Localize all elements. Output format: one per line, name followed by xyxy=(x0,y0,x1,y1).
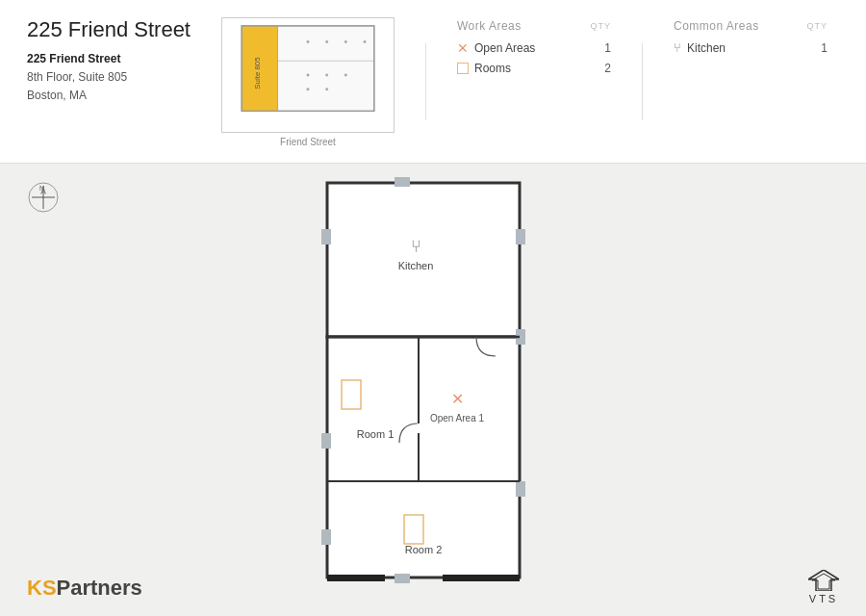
svg-rect-27 xyxy=(516,481,525,497)
vts-logo: VTS xyxy=(808,570,839,604)
rooms-label: Rooms xyxy=(474,62,511,75)
divider-1 xyxy=(425,43,426,120)
room1-label: Room 1 xyxy=(357,428,395,440)
svg-point-13 xyxy=(325,88,328,90)
svg-rect-40 xyxy=(443,575,520,581)
svg-rect-23 xyxy=(321,433,331,449)
ks-text: KS xyxy=(27,576,57,600)
common-areas-title: Common Areas xyxy=(674,19,759,33)
divider-2 xyxy=(642,43,643,120)
compass-svg: N xyxy=(27,181,60,214)
legend-open-areas-left: ✕ Open Areas xyxy=(457,40,535,56)
legend-kitchen-left: ⑂ Kitchen xyxy=(674,40,726,55)
kitchen-label: Kitchen xyxy=(687,41,726,55)
floor-plan-svg: ⑂ Kitchen ✕ Open Area 1 Room 1 Room 2 xyxy=(269,173,674,587)
open-areas-label: Open Areas xyxy=(474,41,535,55)
street-label: Friend Street xyxy=(280,137,336,147)
kitchen-room-label: Kitchen xyxy=(398,260,434,271)
legend-kitchen: ⑂ Kitchen 1 xyxy=(674,40,828,55)
svg-rect-25 xyxy=(516,229,525,244)
floor-plan-thumbnail: Suite 805 Friend Street xyxy=(221,17,395,147)
common-areas-header: Common Areas QTY xyxy=(674,19,828,40)
svg-point-5 xyxy=(307,40,310,43)
svg-point-9 xyxy=(307,74,310,77)
svg-point-8 xyxy=(364,40,367,43)
property-title: 225 Friend Street xyxy=(27,17,191,42)
compass: N xyxy=(27,181,60,214)
work-areas-header: Work Areas QTY xyxy=(457,19,611,40)
rooms-icon xyxy=(457,63,469,74)
vts-icon xyxy=(808,570,839,591)
kitchen-icon: ⑂ xyxy=(674,40,681,55)
svg-rect-24 xyxy=(321,529,331,545)
svg-text:Suite 805: Suite 805 xyxy=(253,57,262,90)
svg-text:⑂: ⑂ xyxy=(411,237,421,256)
property-address-line3: Boston, MA xyxy=(27,87,191,105)
legend-open-areas: ✕ Open Areas 1 xyxy=(457,40,611,56)
open-area-label: Open Area 1 xyxy=(430,413,485,424)
thumbnail-svg: Suite 805 xyxy=(222,18,394,132)
svg-point-6 xyxy=(325,40,328,43)
legend-rooms: Rooms 2 xyxy=(457,62,611,75)
svg-point-7 xyxy=(344,40,347,43)
partners-text: Partners xyxy=(57,576,142,600)
svg-text:N: N xyxy=(39,185,44,192)
ks-partners-logo: KSPartners xyxy=(27,576,142,601)
svg-rect-39 xyxy=(327,575,385,581)
vts-text: VTS xyxy=(809,593,838,604)
svg-text:✕: ✕ xyxy=(451,391,464,407)
legend-rooms-left: Rooms xyxy=(457,62,511,75)
thumbnail-box: Suite 805 xyxy=(221,17,395,133)
open-areas-qty: 1 xyxy=(592,41,611,55)
svg-point-11 xyxy=(344,74,347,77)
property-address-line1: 225 Friend Street xyxy=(27,50,191,68)
rooms-qty: 2 xyxy=(592,62,611,75)
svg-point-10 xyxy=(325,74,328,77)
common-areas-legend: Common Areas QTY ⑂ Kitchen 1 xyxy=(674,17,828,61)
svg-point-12 xyxy=(307,88,310,90)
property-address-line2: 8th Floor, Suite 805 xyxy=(27,68,191,87)
svg-rect-28 xyxy=(395,177,410,187)
open-areas-icon: ✕ xyxy=(457,40,469,56)
work-areas-title: Work Areas xyxy=(457,19,522,33)
work-areas-legend: Work Areas QTY ✕ Open Areas 1 Rooms 2 xyxy=(457,17,611,81)
common-areas-qty-label: QTY xyxy=(806,21,828,31)
work-areas-qty-label: QTY xyxy=(590,21,611,31)
svg-rect-29 xyxy=(395,574,410,583)
svg-rect-22 xyxy=(321,229,331,244)
top-panel: 225 Friend Street 225 Friend Street 8th … xyxy=(0,0,866,164)
property-info: 225 Friend Street 225 Friend Street 8th … xyxy=(27,17,191,106)
kitchen-qty: 1 xyxy=(808,41,828,55)
room2-label: Room 2 xyxy=(405,544,443,555)
main-area: N xyxy=(0,164,866,616)
floor-plan-container: ⑂ Kitchen ✕ Open Area 1 Room 1 Room 2 xyxy=(115,183,828,578)
